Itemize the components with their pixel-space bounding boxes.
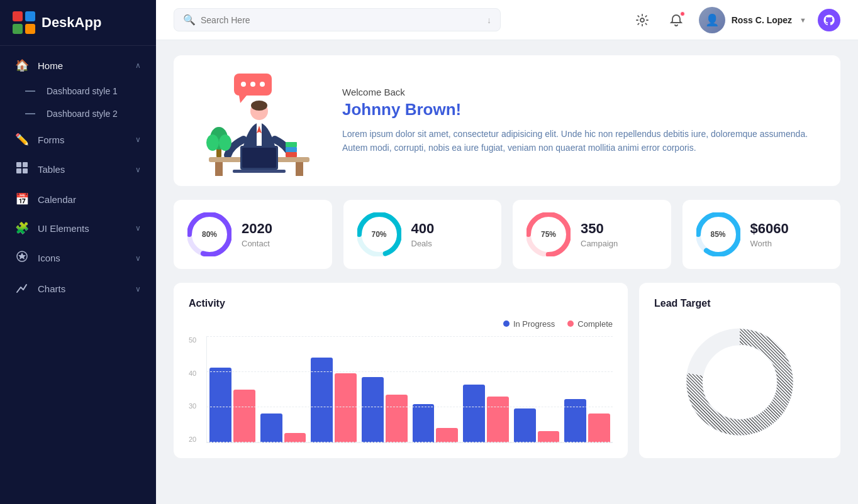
sidebar-item-forms[interactable]: ✏️ Forms ∨	[0, 125, 156, 154]
y-label: 50	[189, 336, 196, 344]
sidebar-item-icons[interactable]: Icons ∨	[0, 243, 156, 273]
svg-point-31	[206, 134, 219, 151]
stat-label: Campaign	[581, 239, 618, 248]
grid-line	[207, 336, 613, 337]
notifications-button[interactable]	[665, 9, 688, 31]
charts-row: Activity In ProgressComplete 20304050	[174, 283, 840, 458]
chevron-down-icon: ▼	[800, 16, 806, 24]
legend-dot	[567, 320, 574, 327]
lead-target-title: Lead Target	[654, 298, 825, 309]
donut-chart: 80%	[187, 212, 231, 256]
y-label: 20	[189, 436, 196, 443]
sidebar-item-calendar[interactable]: 📅 Calendar	[0, 185, 156, 214]
calendar-icon: 📅	[15, 192, 29, 206]
stat-value: 400	[411, 221, 435, 237]
bar-complete	[386, 395, 408, 443]
donut-chart: 70%	[357, 212, 401, 256]
settings-button[interactable]	[631, 9, 654, 31]
svg-rect-3	[25, 24, 35, 34]
legend-item: In Progress	[503, 319, 555, 329]
sidebar: DeskApp 🏠 Home ∧ Dashboard style 1 Dashb…	[0, 0, 156, 504]
svg-rect-2	[13, 24, 23, 34]
bar-group	[564, 399, 610, 442]
svg-rect-24	[242, 148, 276, 168]
bar-group	[209, 368, 255, 442]
svg-point-14	[260, 82, 265, 87]
welcome-title: Johnny Brown!	[342, 100, 818, 119]
lead-target-donut	[654, 319, 825, 439]
svg-rect-21	[215, 162, 223, 176]
search-input[interactable]	[201, 15, 482, 25]
sidebar-item-label: Charts	[38, 283, 126, 294]
svg-point-13	[250, 82, 255, 87]
bar-in-progress	[463, 385, 485, 442]
svg-rect-6	[16, 168, 21, 173]
stat-card-contact: 80% 2020 Contact	[174, 200, 332, 269]
user-profile[interactable]: 👤 Ross C. Lopez ▼	[699, 7, 806, 33]
donut-chart: 75%	[526, 212, 571, 256]
user-name: Ross C. Lopez	[732, 15, 792, 25]
svg-point-12	[241, 82, 246, 87]
chevron-icon: ∧	[135, 61, 141, 70]
svg-point-17	[251, 101, 267, 111]
svg-point-10	[640, 18, 644, 22]
download-icon: ↓	[487, 15, 491, 25]
search-icon: 🔍	[183, 14, 196, 26]
svg-point-32	[219, 134, 231, 151]
bar-complete	[436, 428, 458, 442]
lead-target-card: Lead Target	[639, 283, 840, 458]
stat-info: $6060 Worth	[750, 221, 789, 248]
svg-rect-26	[286, 152, 297, 157]
stat-value: 350	[581, 221, 618, 237]
dash-icon	[25, 113, 35, 114]
donut-label: 85%	[710, 230, 725, 239]
stat-label: Worth	[750, 239, 789, 248]
stat-info: 400 Deals	[411, 221, 435, 248]
stat-info: 2020 Contact	[242, 221, 272, 248]
stat-label: Deals	[411, 239, 435, 248]
charts-icon	[15, 281, 29, 297]
welcome-description: Lorem ipsum dolor sit amet, consectetur …	[342, 127, 818, 155]
app-logo[interactable]: DeskApp	[0, 0, 156, 46]
donut-label: 70%	[371, 230, 386, 239]
app-name: DeskApp	[42, 14, 101, 31]
sidebar-item-label: Home	[38, 60, 126, 71]
donut-label: 80%	[202, 230, 217, 239]
svg-rect-7	[23, 168, 28, 173]
bar-complete	[233, 390, 255, 442]
y-axis-labels: 20304050	[189, 336, 196, 443]
forms-icon: ✏️	[15, 133, 29, 146]
github-button[interactable]	[818, 9, 840, 31]
bar-group	[413, 404, 459, 442]
bar-group	[463, 385, 509, 442]
svg-rect-27	[286, 147, 297, 152]
stat-card-worth: 85% $6060 Worth	[682, 200, 841, 269]
stats-row: 80% 2020 Contact 70% 400 Deals 75% 350	[174, 200, 840, 269]
sidebar-item-home[interactable]: 🏠 Home ∧	[0, 51, 156, 80]
sidebar-item-label: Tables	[38, 164, 126, 175]
sidebar-item-ui-elements[interactable]: 🧩 UI Elements ∨	[0, 214, 156, 243]
stat-value: 2020	[242, 221, 272, 237]
chevron-icon: ∨	[135, 135, 141, 144]
sidebar-item-tables[interactable]: Tables ∨	[0, 154, 156, 185]
bar-complete	[487, 397, 509, 442]
main-content: 🔍 ↓ 👤 Ross C. Lopez ▼	[156, 0, 858, 504]
bar-in-progress	[362, 377, 384, 442]
sidebar-item-dashboard1[interactable]: Dashboard style 1	[0, 80, 156, 102]
y-label: 40	[189, 370, 196, 377]
search-bar[interactable]: 🔍 ↓	[174, 8, 501, 31]
sidebar-item-label: Dashboard style 2	[47, 109, 118, 119]
sidebar-item-label: Icons	[38, 253, 126, 263]
sidebar-item-dashboard2[interactable]: Dashboard style 2	[0, 102, 156, 125]
page-content: Welcome Back Johnny Brown! Lorem ipsum d…	[156, 40, 858, 504]
sidebar-nav: 🏠 Home ∧ Dashboard style 1 Dashboard sty…	[0, 46, 156, 504]
svg-rect-1	[25, 11, 35, 21]
donut-label: 75%	[541, 230, 556, 239]
sidebar-item-label: Calendar	[38, 194, 141, 205]
bar-group	[260, 414, 306, 442]
sidebar-item-charts[interactable]: Charts ∨	[0, 273, 156, 304]
header: 🔍 ↓ 👤 Ross C. Lopez ▼	[156, 0, 858, 40]
svg-rect-0	[13, 11, 23, 21]
notification-badge	[680, 11, 685, 16]
bar-group	[362, 377, 408, 442]
